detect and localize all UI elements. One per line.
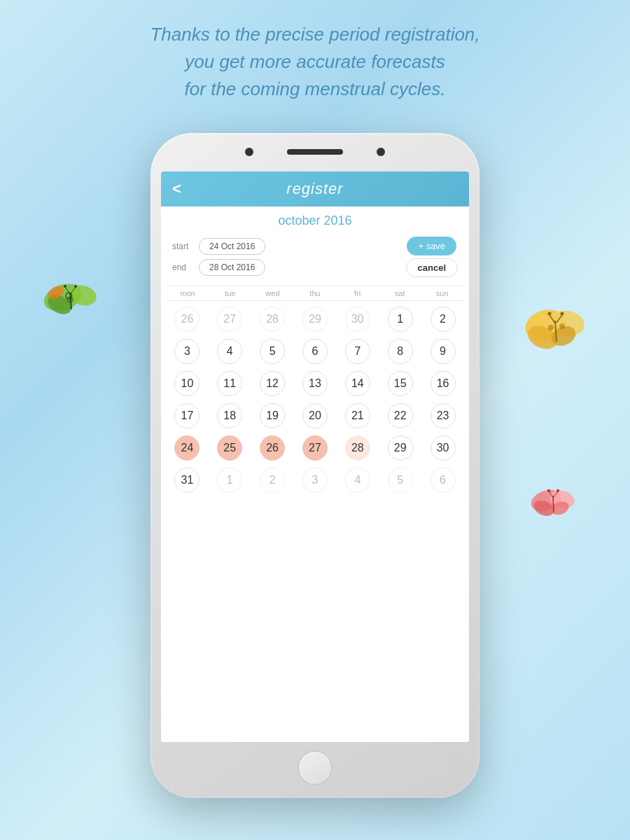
day-number[interactable]: 30 xyxy=(345,307,370,332)
day-number[interactable]: 29 xyxy=(302,307,328,332)
weekday-label: mon xyxy=(167,289,209,298)
end-date-pill[interactable]: 28 Oct 2016 xyxy=(199,259,265,276)
day-cell: 15 xyxy=(379,368,421,399)
butterfly-yellow-icon xyxy=(522,294,592,367)
day-number[interactable]: 2 xyxy=(430,307,456,332)
end-label: end xyxy=(172,262,193,272)
day-cell: 10 xyxy=(167,368,208,399)
day-number[interactable]: 10 xyxy=(174,371,200,396)
day-number[interactable]: 31 xyxy=(174,468,200,493)
day-number[interactable]: 3 xyxy=(174,339,200,364)
weekday-label: thu xyxy=(294,289,337,298)
day-number[interactable]: 28 xyxy=(260,307,285,332)
day-number[interactable]: 11 xyxy=(217,371,242,396)
day-number[interactable]: 19 xyxy=(260,403,285,428)
day-cell: 7 xyxy=(337,336,378,367)
day-cell: 3 xyxy=(167,336,208,367)
day-cell: 29 xyxy=(379,433,421,463)
day-cell: 13 xyxy=(295,368,336,399)
end-date-row: end 28 Oct 2016 xyxy=(172,259,400,276)
day-cell: 2 xyxy=(422,304,463,335)
day-number[interactable]: 24 xyxy=(174,435,200,461)
svg-point-20 xyxy=(559,323,565,329)
day-cell: 6 xyxy=(295,336,336,367)
svg-point-29 xyxy=(556,489,559,492)
app-header: < register xyxy=(161,172,469,206)
day-cell: 12 xyxy=(252,368,293,399)
day-number[interactable]: 4 xyxy=(345,468,370,493)
day-number[interactable]: 26 xyxy=(260,435,285,461)
day-number[interactable]: 20 xyxy=(302,403,328,428)
day-number[interactable]: 27 xyxy=(217,307,242,332)
day-number[interactable]: 22 xyxy=(388,403,413,428)
day-number[interactable]: 8 xyxy=(388,339,413,364)
month-title: october 2016 xyxy=(167,214,463,228)
day-number[interactable]: 1 xyxy=(217,468,242,493)
header-line1: Thanks to the precise period registratio… xyxy=(56,21,574,48)
weekday-label: tue xyxy=(209,289,252,298)
day-cell: 9 xyxy=(422,336,463,367)
butterfly-green-icon xyxy=(42,266,105,332)
svg-point-19 xyxy=(548,325,554,330)
day-number[interactable]: 1 xyxy=(388,307,413,332)
days-grid: 2627282930123456789101112131415161718192… xyxy=(167,304,463,496)
day-number[interactable]: 25 xyxy=(217,435,242,461)
date-selector-rows: start 24 Oct 2016 end 28 Oct 2016 xyxy=(172,238,400,276)
day-cell: 27 xyxy=(295,433,336,463)
day-cell: 28 xyxy=(337,433,378,463)
phone-top-sensors xyxy=(245,148,385,155)
day-cell: 25 xyxy=(209,433,251,463)
day-number[interactable]: 2 xyxy=(260,468,285,493)
day-number[interactable]: 4 xyxy=(217,339,242,364)
day-cell: 19 xyxy=(252,400,293,431)
day-number[interactable]: 6 xyxy=(302,339,328,364)
day-cell: 6 xyxy=(422,465,463,496)
day-number[interactable]: 17 xyxy=(174,403,200,428)
svg-point-9 xyxy=(74,285,77,288)
weekday-label: sun xyxy=(421,289,463,298)
day-cell: 24 xyxy=(167,433,208,463)
day-number[interactable]: 3 xyxy=(302,468,328,493)
day-number[interactable]: 13 xyxy=(302,371,328,396)
header-line3: for the coming menstrual cycles. xyxy=(56,76,574,103)
svg-line-25 xyxy=(553,496,554,512)
day-number[interactable]: 7 xyxy=(345,339,370,364)
svg-point-18 xyxy=(561,312,564,316)
day-number[interactable]: 29 xyxy=(388,435,413,461)
day-cell: 5 xyxy=(252,336,293,367)
day-number[interactable]: 5 xyxy=(388,468,413,493)
day-number[interactable]: 30 xyxy=(430,435,456,461)
day-number[interactable]: 18 xyxy=(217,403,242,428)
save-button[interactable]: + save xyxy=(407,237,456,255)
day-number[interactable]: 26 xyxy=(174,307,200,332)
day-number[interactable]: 27 xyxy=(302,435,328,461)
home-button[interactable] xyxy=(298,750,332,785)
date-selectors: start 24 Oct 2016 end 28 Oct 2016 + save… xyxy=(167,237,463,277)
day-cell: 11 xyxy=(209,368,251,399)
day-number[interactable]: 21 xyxy=(345,403,370,428)
day-cell: 28 xyxy=(252,304,293,335)
day-number[interactable]: 6 xyxy=(430,468,456,493)
start-date-row: start 24 Oct 2016 xyxy=(172,238,400,255)
day-cell: 4 xyxy=(209,336,251,367)
phone-screen: < register october 2016 start 24 Oct 201… xyxy=(161,172,469,742)
calendar-grid: montuewedthufrisatsun 262728293012345678… xyxy=(167,286,463,496)
start-date-pill[interactable]: 24 Oct 2016 xyxy=(199,238,265,255)
day-number[interactable]: 16 xyxy=(430,371,456,396)
day-number[interactable]: 14 xyxy=(345,371,370,396)
day-number[interactable]: 9 xyxy=(430,339,456,364)
day-cell: 29 xyxy=(295,304,336,335)
day-number[interactable]: 15 xyxy=(388,371,413,396)
cancel-button[interactable]: cancel xyxy=(406,258,458,277)
start-label: start xyxy=(172,241,193,251)
day-number[interactable]: 28 xyxy=(345,435,370,461)
day-cell: 4 xyxy=(337,465,378,496)
day-number[interactable]: 12 xyxy=(260,371,285,396)
day-cell: 27 xyxy=(209,304,251,335)
day-cell: 18 xyxy=(209,400,251,431)
day-cell: 3 xyxy=(295,465,336,496)
day-number[interactable]: 5 xyxy=(260,339,285,364)
svg-point-7 xyxy=(64,285,66,288)
back-button[interactable]: < xyxy=(172,180,181,198)
day-number[interactable]: 23 xyxy=(430,403,456,428)
